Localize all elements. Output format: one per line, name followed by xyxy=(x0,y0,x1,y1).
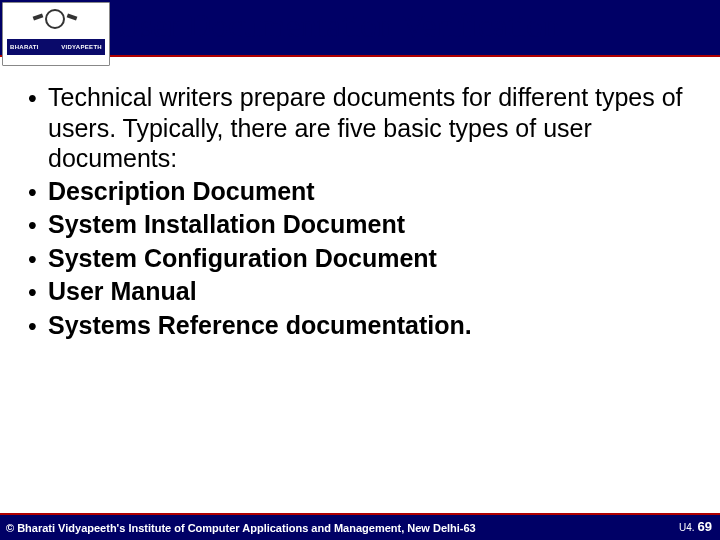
bullet-dot-icon: • xyxy=(28,310,48,342)
bullet-dot-icon: • xyxy=(28,176,48,208)
bullet-text: Systems Reference documentation. xyxy=(48,310,692,341)
bullet-dot-icon: • xyxy=(28,276,48,308)
title-area: User Documentation Verification xyxy=(116,8,716,66)
footer-bar: © Bharati Vidyapeeth's Institute of Comp… xyxy=(0,512,720,540)
bullet-item: • Systems Reference documentation. xyxy=(28,310,692,342)
bullet-text: System Configuration Document xyxy=(48,243,692,274)
footer-page-group: U4.69 xyxy=(679,519,712,534)
logo-emblem-icon xyxy=(37,5,73,35)
bullet-item: • Description Document xyxy=(28,176,692,208)
title-underline xyxy=(116,52,540,55)
logo-word-right: VIDYAPEETH xyxy=(61,44,102,50)
logo-banner: BHARATI VIDYAPEETH xyxy=(7,39,105,55)
bullet-text: Description Document xyxy=(48,176,692,207)
bullet-text: User Manual xyxy=(48,276,692,307)
footer-unit: U4. xyxy=(679,522,695,533)
logo-word-left: BHARATI xyxy=(10,44,39,50)
bullet-text: System Installation Document xyxy=(48,209,692,240)
slide: BHARATI VIDYAPEETH User Documentation Ve… xyxy=(0,0,720,540)
bullet-dot-icon: • xyxy=(28,243,48,275)
footer-page-number: 69 xyxy=(698,519,712,534)
institution-logo: BHARATI VIDYAPEETH xyxy=(2,2,110,66)
bullet-item: • User Manual xyxy=(28,276,692,308)
footer-copyright: © Bharati Vidyapeeth's Institute of Comp… xyxy=(6,522,476,534)
bullet-item: • System Configuration Document xyxy=(28,243,692,275)
bullet-dot-icon: • xyxy=(28,209,48,241)
bullet-dot-icon: • xyxy=(28,82,48,114)
bullet-text: Technical writers prepare documents for … xyxy=(48,82,692,174)
bullet-item: • Technical writers prepare documents fo… xyxy=(28,82,692,174)
bullet-item: • System Installation Document xyxy=(28,209,692,241)
slide-title: User Documentation Verification xyxy=(116,8,716,45)
body-content: • Technical writers prepare documents fo… xyxy=(28,82,692,343)
